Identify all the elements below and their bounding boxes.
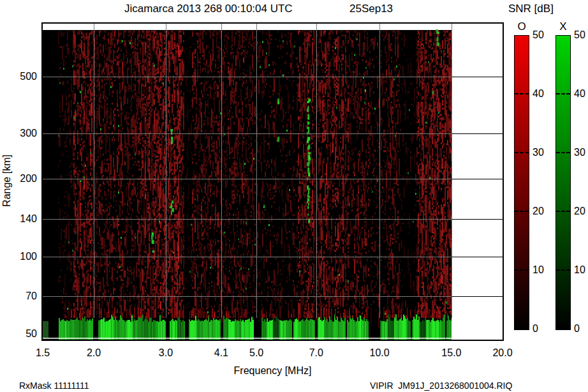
colorbar-tick-dash xyxy=(515,211,529,212)
colorbar-tick-label: 10 xyxy=(533,264,544,276)
x-tick-label: 2.0 xyxy=(77,347,110,359)
colorbar-tick-label: 0 xyxy=(574,323,580,335)
colorbar-tick-dash xyxy=(515,269,529,271)
x-axis-label: Frequency [MHz] xyxy=(43,365,503,377)
colorbar-tick-label: 0 xyxy=(533,323,538,335)
colorbar-gradient xyxy=(555,35,571,330)
page-title: Jicamarca 2013 268 00:10:04 UTC xyxy=(124,3,293,15)
y-tick-label: 300 xyxy=(9,128,37,139)
colorbar-tick-label: 50 xyxy=(533,29,544,41)
page-title-date: 25Sep13 xyxy=(349,3,393,15)
ionogram-heatmap xyxy=(43,24,503,340)
colorbar-tick-label: 10 xyxy=(574,264,585,276)
colorbar-tick-dash xyxy=(556,93,570,94)
colorbar-tick-label: 20 xyxy=(574,206,585,217)
x-tick-label: 7.0 xyxy=(300,347,333,359)
colorbar-tick-dash xyxy=(556,211,570,212)
colorbar-mode-letter: X xyxy=(555,20,571,33)
y-tick-label: 500 xyxy=(9,71,37,82)
colorbar-tick-dash xyxy=(515,152,529,153)
x-tick-label: 10.0 xyxy=(363,347,396,359)
colorbar-mode-letter: O xyxy=(514,20,529,33)
colorbar-tick-label: 30 xyxy=(574,147,585,158)
colorbar-tick-label: 50 xyxy=(574,29,585,41)
x-tick-label: 1.5 xyxy=(26,347,59,359)
colorbar-tick-dash xyxy=(515,93,529,94)
x-tick-label: 15.0 xyxy=(435,347,468,359)
rx-mask-text: RxMask 11111111 xyxy=(19,381,89,391)
y-tick-label: 100 xyxy=(9,251,37,262)
colorbar-tick-dash xyxy=(556,269,570,271)
y-tick-label: 70 xyxy=(9,290,37,302)
colorbar-tick-label: 40 xyxy=(533,88,544,100)
y-tick-label: 200 xyxy=(9,173,37,185)
x-tick-label: 5.0 xyxy=(240,347,273,359)
colorbar-tick-label: 30 xyxy=(533,147,544,158)
x-tick-label: 4.1 xyxy=(205,347,238,359)
file-id-text: VIPIR JM91J_2013268001004.RIQ xyxy=(370,381,512,391)
y-tick-label: 140 xyxy=(9,213,37,225)
x-tick-label: 20.0 xyxy=(486,347,519,359)
colorbar-tick-label: 20 xyxy=(533,206,544,217)
plot-frame xyxy=(41,22,504,341)
y-tick-label: 50 xyxy=(9,328,37,340)
colorbar-tick-label: 40 xyxy=(574,88,585,100)
colorbar-title: SNR [dB] xyxy=(508,3,554,15)
colorbar-gradient xyxy=(514,35,529,330)
colorbar-tick-dash xyxy=(556,152,570,153)
x-tick-label: 3.0 xyxy=(149,347,182,359)
ionogram-app: Jicamarca 2013 268 00:10:04 UTC 25Sep13 … xyxy=(0,0,588,392)
